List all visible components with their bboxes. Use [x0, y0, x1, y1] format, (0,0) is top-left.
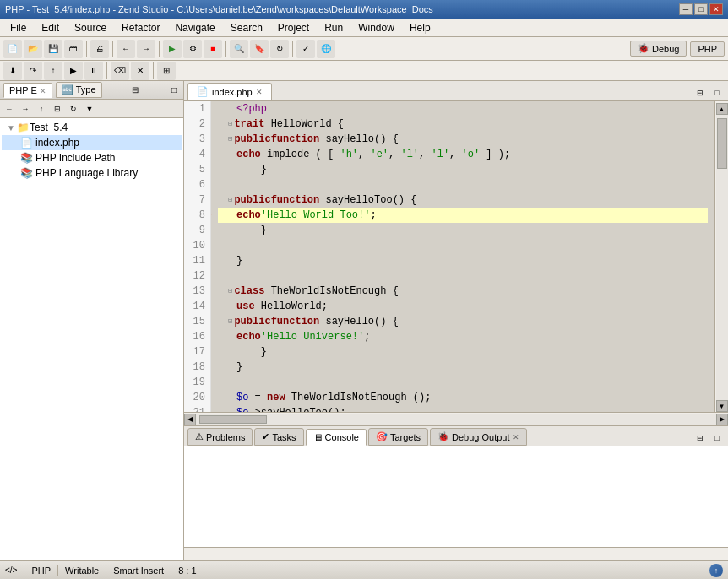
code-line-11: }	[218, 253, 708, 268]
scrollbar-thumb-vertical[interactable]	[717, 118, 727, 169]
search-button[interactable]: 🔍	[230, 40, 248, 58]
editor-tab-close-button[interactable]: ✕	[256, 88, 263, 96]
menu-window[interactable]: Window	[351, 20, 401, 35]
debug-run-button[interactable]: ⚙	[183, 40, 202, 58]
code-line-3: ⊟ public function sayHello() {	[218, 132, 708, 147]
tree-item-project[interactable]: ▼ 📁 Test_5.4	[2, 120, 182, 135]
menu-search[interactable]: Search	[224, 20, 269, 35]
maximize-button[interactable]: □	[694, 3, 708, 15]
bottom-panel-maximize-button[interactable]: □	[709, 430, 725, 446]
panel-tab-php-label: PHP E	[9, 85, 37, 95]
scrollbar-thumb-horizontal[interactable]	[199, 415, 267, 424]
editor-tab-file-icon: 📄	[197, 86, 209, 97]
include-path-label: PHP Include Path	[35, 152, 116, 164]
suspend-button[interactable]: ⏸	[84, 62, 103, 80]
panel-tab-php[interactable]: PHP E ✕	[3, 83, 52, 98]
line-number-19: 19	[189, 375, 205, 390]
panel-maximize-button[interactable]: □	[168, 84, 180, 96]
scrollbar-up-button[interactable]: ▲	[716, 103, 728, 115]
close-button[interactable]: ✕	[709, 3, 723, 15]
minimize-button[interactable]: ─	[679, 3, 693, 15]
run-button[interactable]: ▶	[163, 40, 182, 58]
php-button[interactable]: PHP	[690, 41, 725, 57]
title-bar-buttons: ─ □ ✕	[679, 3, 723, 15]
tab-problems[interactable]: ⚠ Problems	[187, 428, 253, 446]
panel-refresh-button[interactable]: ↻	[66, 101, 81, 116]
tab-debug-output-label: Debug Output	[452, 432, 510, 442]
panel-tab-type[interactable]: 🔤 Type	[56, 82, 102, 98]
forward-button[interactable]: →	[137, 40, 155, 58]
scrollbar-right-button[interactable]: ▶	[716, 414, 728, 425]
scrollbar-track-vertical[interactable]	[716, 115, 728, 400]
code-editor[interactable]: <?php⊟trait HelloWorld {⊟ public functio…	[211, 101, 714, 412]
panel-forward-button[interactable]: →	[18, 101, 33, 116]
panel-back-button[interactable]: ←	[2, 101, 17, 116]
panel-filter-button[interactable]: ▼	[82, 101, 97, 116]
menu-source[interactable]: Source	[68, 20, 113, 35]
step-into-button[interactable]: ⬇	[3, 62, 22, 80]
menu-help[interactable]: Help	[403, 20, 437, 35]
scrollbar-down-button[interactable]: ▼	[716, 400, 728, 412]
scrollbar-left-button[interactable]: ◀	[184, 414, 196, 425]
validate-button[interactable]: ✓	[296, 40, 315, 58]
line-number-5: 5	[189, 162, 205, 177]
panel-minimize-button[interactable]: ⊟	[129, 84, 141, 96]
tree-item-file[interactable]: 📄 index.php	[2, 135, 182, 150]
step-over-button[interactable]: ↷	[24, 62, 42, 80]
language-library-label: PHP Language Library	[35, 167, 138, 179]
line-number-1: 1	[189, 101, 205, 116]
menu-refactor[interactable]: Refactor	[115, 20, 166, 35]
project-expand-icon: ▼	[7, 123, 15, 133]
debug-button[interactable]: 🐞 Debug	[630, 41, 687, 57]
open-button[interactable]: 📂	[24, 40, 42, 58]
panel-collapse-button[interactable]: ⊟	[50, 101, 65, 116]
expand-button[interactable]: ⊞	[157, 62, 176, 80]
disconnect-button[interactable]: ✕	[131, 62, 149, 80]
line-number-7: 7	[189, 192, 205, 208]
print-button[interactable]: 🖨	[90, 40, 109, 58]
line-number-6: 6	[189, 177, 205, 192]
editor-scrollbar-vertical[interactable]: ▲ ▼	[714, 101, 728, 412]
tree-item-language-library[interactable]: 📚 PHP Language Library	[2, 165, 182, 181]
panel-up-button[interactable]: ↑	[34, 101, 49, 116]
refresh-button[interactable]: ↻	[270, 40, 289, 58]
line-number-3: 3	[189, 132, 205, 147]
step-return-button[interactable]: ↑	[44, 62, 62, 80]
status-info-button[interactable]: ↑	[709, 564, 723, 577]
tab-targets[interactable]: 🎯 Targets	[368, 428, 428, 446]
scrollbar-track-horizontal[interactable]	[196, 414, 716, 425]
editor-tab-index-php[interactable]: 📄 index.php ✕	[187, 83, 272, 100]
tab-console[interactable]: 🖥 Console	[306, 429, 367, 446]
bottom-panel-minimize-button[interactable]: ⊟	[693, 430, 708, 446]
menu-edit[interactable]: Edit	[35, 20, 66, 35]
tab-debug-output[interactable]: 🐞 Debug Output ✕	[430, 428, 527, 446]
menu-run[interactable]: Run	[318, 20, 350, 35]
save-all-button[interactable]: 🗃	[64, 40, 83, 58]
network-button[interactable]: 🌐	[317, 40, 335, 58]
new-file-button[interactable]: 📄	[3, 40, 22, 58]
editor-scrollbar-horizontal[interactable]: ◀ ▶	[184, 412, 728, 425]
menu-navigate[interactable]: Navigate	[168, 20, 221, 35]
editor-minimize-button[interactable]: ⊟	[693, 85, 708, 100]
tree-item-include-path[interactable]: 📚 PHP Include Path	[2, 150, 182, 165]
tab-debug-output-close[interactable]: ✕	[513, 433, 519, 441]
code-line-21: $o->sayHelloToo();	[218, 405, 708, 412]
bookmark-button[interactable]: 🔖	[250, 40, 269, 58]
bottom-scrollbar-horizontal[interactable]	[184, 547, 728, 560]
code-line-12	[218, 268, 708, 284]
status-sep-2	[57, 565, 58, 576]
panel-toolbar: ← → ↑ ⊟ ↻ ▼	[0, 100, 183, 118]
toolbar-sep-5	[292, 41, 293, 57]
tab-tasks[interactable]: ✔ Tasks	[254, 428, 303, 446]
tasks-icon: ✔	[262, 431, 269, 442]
clear-console-button[interactable]: ⌫	[111, 62, 129, 80]
problems-icon: ⚠	[195, 431, 204, 442]
menu-file[interactable]: File	[3, 20, 33, 35]
menu-project[interactable]: Project	[271, 20, 316, 35]
toolbar-right: 🐞 Debug PHP	[630, 41, 725, 57]
back-button[interactable]: ←	[117, 40, 135, 58]
editor-maximize-button[interactable]: □	[709, 85, 725, 100]
stop-button[interactable]: ■	[204, 40, 222, 58]
resume-button[interactable]: ▶	[64, 62, 83, 80]
save-button[interactable]: 💾	[44, 40, 62, 58]
